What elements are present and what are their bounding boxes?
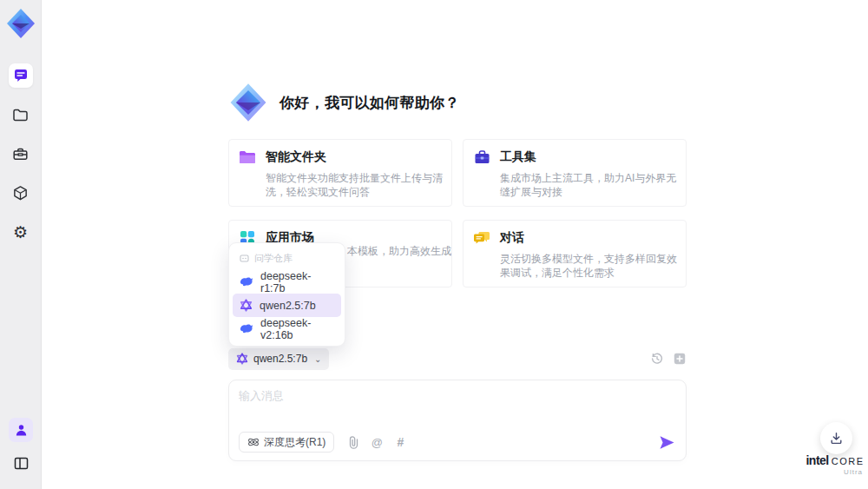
settings-gear-icon: ⚙ xyxy=(13,224,28,241)
card-title: 对话 xyxy=(500,230,524,246)
qwen-icon xyxy=(240,299,253,312)
greeting-title: 你好，我可以如何帮助你？ xyxy=(279,93,460,113)
card-toolset[interactable]: 工具集 集成市场上主流工具，助力AI与外界无缝扩展与对接 xyxy=(463,139,687,207)
main-content: 你好，我可以如何帮助你？ 智能文件夹 智能文件夹功能支持批量文件上传与清洗，轻松… xyxy=(228,0,687,489)
model-option-label: qwen2.5:7b xyxy=(260,300,316,312)
dialog-icon xyxy=(472,228,491,248)
message-input[interactable] xyxy=(239,388,676,428)
qwen-icon xyxy=(236,353,248,365)
sidebar-item-chat[interactable] xyxy=(9,63,33,88)
model-dropdown: 问学仓库 deepseek-r1:7b qwen2.5:7b deepseek-… xyxy=(228,242,345,347)
panel-toggle-icon xyxy=(13,455,30,472)
intel-logo-text: intel xyxy=(806,453,828,467)
card-desc: 智能文件夹功能支持批量文件上传与清洗，轻松实现文件问答 xyxy=(266,171,443,199)
model-dropdown-header: 问学仓库 xyxy=(233,248,341,270)
sidebar-item-collapse[interactable] xyxy=(9,451,33,475)
intel-core-badge: intel CORE Ultra xyxy=(807,453,863,476)
history-icon[interactable] xyxy=(649,352,664,367)
sidebar-item-settings[interactable]: ⚙ xyxy=(9,220,33,244)
deepseek-whale-icon xyxy=(240,276,253,287)
card-desc-visible-fragment: 本模板，助力高效生成多 xyxy=(347,244,452,258)
smart-folder-icon xyxy=(238,148,257,167)
attachment-icon[interactable] xyxy=(346,435,360,449)
app-window: { "sidebar": { "items": [ { "icon": "cha… xyxy=(0,0,868,489)
card-dialog[interactable]: 对话 灵活切换多模型文件，支持多样回复效果调试，满足个性化需求 xyxy=(463,220,687,287)
repo-icon xyxy=(240,254,249,263)
sidebar-item-folders[interactable] xyxy=(9,102,33,127)
model-selector-button[interactable]: qwen2.5:7b ⌄ xyxy=(228,348,329,370)
core-logo-text: CORE xyxy=(832,456,865,466)
conversation-toolbar: qwen2.5:7b ⌄ xyxy=(228,347,687,370)
sidebar-item-account[interactable] xyxy=(9,418,33,442)
deepseek-whale-icon xyxy=(240,323,253,334)
toolbox-icon xyxy=(12,146,29,162)
sidebar-nav: ⚙ xyxy=(9,63,33,244)
greeting: 你好，我可以如何帮助你？ xyxy=(228,83,460,122)
chevron-down-icon: ⌄ xyxy=(314,354,321,364)
sidebar: ⚙ xyxy=(0,0,42,489)
model-option-label: deepseek-v2:16b xyxy=(260,317,334,341)
cube-icon xyxy=(12,185,29,202)
model-option-qwen[interactable]: qwen2.5:7b xyxy=(233,294,341,317)
at-icon[interactable]: @ xyxy=(370,435,384,449)
sidebar-item-models[interactable] xyxy=(9,181,33,205)
chat-input-box: 深度思考(R1) @ # xyxy=(228,380,687,461)
card-smart-folder[interactable]: 智能文件夹 智能文件夹功能支持批量文件上传与清洗，轻松实现文件问答 xyxy=(228,139,452,207)
model-dropdown-header-label: 问学仓库 xyxy=(254,252,293,265)
model-selector-label: qwen2.5:7b xyxy=(253,353,307,365)
user-icon xyxy=(14,423,29,438)
folder-icon xyxy=(12,107,29,123)
sidebar-item-toolbox[interactable] xyxy=(9,142,33,166)
card-desc: 集成市场上主流工具，助力AI与外界无缝扩展与对接 xyxy=(500,171,677,199)
greeting-logo-icon xyxy=(228,83,268,122)
download-button[interactable] xyxy=(820,422,852,454)
card-title: 智能文件夹 xyxy=(266,149,326,165)
hash-icon[interactable]: # xyxy=(393,435,407,449)
model-option-label: deepseek-r1:7b xyxy=(260,270,334,294)
card-title: 工具集 xyxy=(500,149,536,165)
model-option-deepseek-v2[interactable]: deepseek-v2:16b xyxy=(233,317,341,340)
new-chat-icon[interactable] xyxy=(672,352,687,367)
deep-think-icon xyxy=(247,436,260,448)
download-icon xyxy=(829,431,844,446)
send-icon[interactable] xyxy=(657,433,676,452)
app-logo-icon xyxy=(6,8,36,39)
card-desc: 灵活切换多模型文件，支持多样回复效果调试，满足个性化需求 xyxy=(500,252,677,280)
toolset-icon xyxy=(472,148,491,167)
deep-think-toggle[interactable]: 深度思考(R1) xyxy=(239,432,334,453)
deep-think-label: 深度思考(R1) xyxy=(264,435,326,450)
model-option-deepseek-r1[interactable]: deepseek-r1:7b xyxy=(233,270,341,294)
chat-icon xyxy=(13,68,29,83)
intel-tier-text: Ultra xyxy=(807,468,863,476)
sidebar-bottom xyxy=(0,418,42,475)
